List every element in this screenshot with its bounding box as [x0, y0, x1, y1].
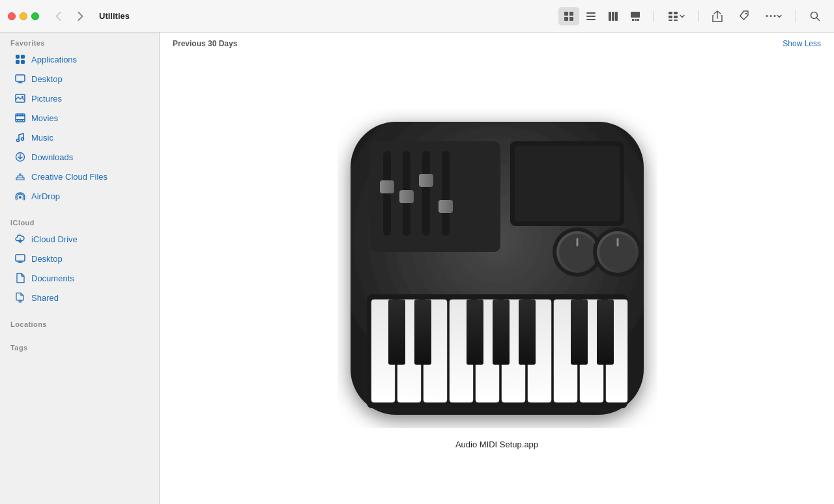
traffic-lights — [8, 12, 39, 20]
chevron-right-icon — [78, 12, 83, 21]
column-view-button[interactable] — [603, 7, 624, 25]
applications-icon — [14, 53, 26, 65]
svg-rect-36 — [20, 114, 21, 116]
group-icon — [668, 11, 678, 21]
sidebar-item-music[interactable]: Music — [4, 128, 155, 147]
sidebar-item-creative-cloud[interactable]: Creative Cloud Files — [4, 167, 155, 186]
svg-rect-3 — [569, 17, 573, 21]
locations-section-label: Locations — [0, 314, 159, 331]
search-icon — [810, 11, 820, 21]
chevron-down-icon — [680, 14, 685, 19]
svg-rect-35 — [18, 114, 19, 116]
maximize-button[interactable] — [31, 12, 39, 20]
sidebar-item-shared[interactable]: Shared — [4, 288, 155, 307]
audio-midi-setup-icon — [338, 109, 657, 428]
svg-rect-1 — [569, 12, 573, 16]
svg-rect-82 — [571, 300, 588, 365]
icloud-desktop-icon — [14, 253, 26, 264]
svg-rect-16 — [669, 16, 672, 18]
sidebar-documents-label: Documents — [31, 273, 74, 283]
sidebar-applications-label: Applications — [31, 55, 77, 64]
sidebar-icloud-drive-label: iCloud Drive — [31, 234, 78, 244]
svg-rect-25 — [16, 55, 20, 59]
tag-button[interactable] — [733, 7, 754, 25]
svg-point-41 — [17, 139, 20, 142]
gallery-view-button[interactable] — [625, 7, 646, 25]
svg-rect-10 — [631, 12, 640, 18]
titlebar: Utilities — [0, 0, 834, 33]
sidebar-downloads-label: Downloads — [31, 152, 73, 162]
svg-rect-49 — [380, 180, 394, 193]
section-header: Previous 30 Days Show Less — [160, 33, 834, 53]
svg-point-20 — [745, 12, 747, 14]
svg-rect-77 — [388, 300, 405, 365]
sidebar-shared-label: Shared — [31, 293, 59, 303]
svg-rect-29 — [16, 75, 25, 81]
svg-rect-5 — [586, 16, 596, 17]
section-title: Previous 30 Days — [173, 39, 237, 48]
minimize-button[interactable] — [20, 12, 27, 20]
desktop-icon — [14, 73, 26, 85]
sidebar-item-pictures[interactable]: Pictures — [4, 89, 155, 107]
svg-rect-78 — [414, 300, 431, 365]
svg-rect-0 — [564, 12, 568, 16]
chevron-down-icon — [777, 14, 782, 19]
sidebar-item-icloud-desktop[interactable]: Desktop — [4, 249, 155, 268]
tags-section-label: Tags — [0, 337, 159, 354]
search-button[interactable] — [804, 7, 826, 25]
downloads-icon — [14, 151, 26, 163]
sidebar-item-documents[interactable]: Documents — [4, 269, 155, 287]
favorites-section-label: Favorites — [0, 33, 159, 49]
toolbar-divider-2 — [698, 10, 699, 22]
svg-point-21 — [766, 15, 768, 17]
close-button[interactable] — [8, 12, 16, 20]
sidebar-item-applications[interactable]: Applications — [4, 50, 155, 68]
sidebar-pictures-label: Pictures — [31, 94, 62, 104]
group-button[interactable] — [662, 7, 691, 25]
forward-button[interactable] — [72, 8, 89, 25]
tag-icon — [738, 10, 749, 22]
svg-rect-9 — [615, 12, 618, 21]
ellipsis-icon — [766, 14, 776, 18]
share-button[interactable] — [707, 7, 728, 25]
svg-rect-7 — [609, 12, 611, 21]
svg-rect-53 — [419, 174, 433, 187]
sidebar-icloud-desktop-label: Desktop — [31, 254, 63, 264]
content-area: Audio MIDI Setup.app — [160, 53, 834, 504]
shared-icon — [14, 292, 26, 303]
sidebar-item-downloads[interactable]: Downloads — [4, 148, 155, 166]
svg-rect-80 — [493, 300, 510, 365]
columns-icon — [608, 11, 618, 21]
music-icon — [14, 132, 26, 143]
svg-rect-11 — [632, 19, 634, 21]
icloud-drive-icon — [14, 233, 26, 245]
sidebar-item-icloud-drive[interactable]: iCloud Drive — [4, 230, 155, 248]
svg-rect-19 — [674, 20, 678, 21]
svg-rect-28 — [21, 60, 25, 64]
svg-rect-45 — [16, 255, 25, 261]
main-content: Previous 30 Days Show Less — [160, 33, 834, 504]
app-icon-container[interactable] — [338, 109, 657, 428]
svg-rect-4 — [586, 12, 596, 14]
more-button[interactable] — [759, 7, 788, 25]
show-less-button[interactable]: Show Less — [783, 39, 821, 48]
icloud-section-label: iCloud — [0, 212, 159, 229]
svg-rect-12 — [635, 19, 637, 21]
grid-view-button[interactable] — [558, 7, 579, 25]
view-controls — [558, 7, 646, 25]
list-icon — [586, 11, 596, 21]
svg-rect-27 — [16, 60, 20, 64]
sidebar-movies-label: Movies — [31, 113, 58, 123]
gallery-icon — [630, 11, 640, 21]
sidebar-item-movies[interactable]: Movies — [4, 109, 155, 127]
sidebar: Favorites Applications Desktop — [0, 0, 160, 504]
list-view-button[interactable] — [581, 7, 601, 25]
svg-point-23 — [773, 15, 775, 17]
svg-rect-57 — [515, 146, 620, 221]
back-button[interactable] — [50, 8, 66, 25]
svg-point-42 — [22, 138, 24, 141]
sidebar-item-desktop[interactable]: Desktop — [4, 70, 155, 88]
toolbar-divider-3 — [796, 10, 796, 22]
sidebar-desktop-label: Desktop — [31, 74, 63, 84]
sidebar-item-airdrop[interactable]: AirDrop — [4, 187, 155, 205]
